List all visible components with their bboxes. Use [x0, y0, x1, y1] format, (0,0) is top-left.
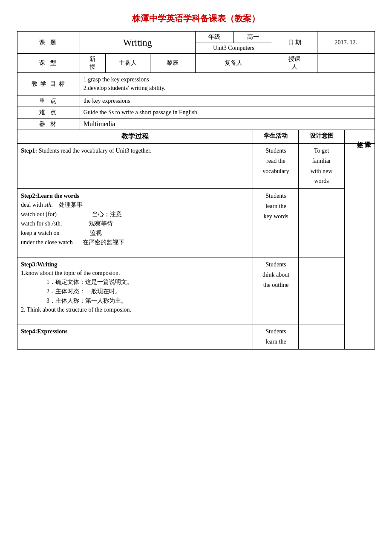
zhongdian-label: 重 点 — [17, 95, 80, 107]
step1-note — [344, 144, 375, 350]
step1-row: Step1: Students read the vocabulary of U… — [17, 144, 375, 189]
step4-subtitle: Expressions — [37, 328, 67, 335]
step4-design — [299, 324, 344, 350]
step3-subitem2: 2．主体时态：一般现在时。 — [21, 288, 249, 295]
step1-title: Step1: — [21, 147, 37, 154]
process-header-row: 教学过程 学生活动 设计意图 授课人 标注 — [17, 130, 375, 144]
nianji-label: 年级 — [195, 32, 233, 43]
step2-item5: under the close watch 在严密的监视下 — [21, 239, 249, 246]
step2-row: Step2:Learn the words deal with sth. 处理某… — [17, 189, 375, 257]
step2-activity: Studentslearn thekey words — [253, 189, 299, 257]
step2-design — [299, 189, 344, 257]
unit-label: Unit3 Computers — [195, 43, 272, 54]
step1-desc: Students read the vocabulary of Unit3 to… — [37, 147, 151, 154]
step1-activity: Studentsread thevocabulary — [253, 144, 299, 189]
step2-subtitle: Learn the words — [37, 193, 79, 199]
nandian-content: Guide the Ss to write a short passage in… — [80, 107, 375, 119]
date-value: 2017. 12. — [317, 32, 375, 54]
zhubeiren-label: 主备人 — [105, 54, 150, 73]
step3-design — [299, 257, 344, 324]
step3-item2: 2. Think about the structure of the comp… — [21, 306, 249, 313]
nianji-value: 高一 — [233, 32, 272, 43]
keti-label: 课 题 — [17, 32, 80, 54]
instructor-header: 授课人 标注 — [344, 130, 375, 144]
student-activity-header: 学生活动 — [253, 130, 299, 144]
jiaoximubiao-content: 1.grasp the key expressions 2.develop st… — [80, 73, 375, 95]
step2-item4: keep a watch on 监视 — [21, 229, 249, 237]
zhongdian-content: the key expressions — [80, 95, 375, 107]
step3-activity: Studentsthink aboutthe outline — [253, 257, 299, 324]
step3-item1: 1.know about the topic of the composion. — [21, 270, 249, 277]
design-header: 设计意图 — [299, 130, 344, 144]
step2-item1: deal with sth. 处理某事 — [21, 201, 249, 209]
step2-item3: watch for sb./sth. 观察等待 — [21, 220, 249, 228]
step2-title: Step2: — [21, 193, 37, 199]
step1-design: To getfamiliarwith newwords — [299, 144, 344, 189]
qicai-content: Multimedia — [80, 119, 375, 130]
step4-title: Step4: — [21, 328, 37, 335]
step4-activity: Studentslearn the — [253, 324, 299, 350]
step3-content: Step3:Writing 1.know about the topic of … — [17, 257, 253, 324]
step3-title: Step3: — [21, 261, 37, 268]
step2-content: Step2:Learn the words deal with sth. 处理某… — [17, 189, 253, 257]
zhubeiren-value: 黎辰 — [150, 54, 195, 73]
kexing-label: 课 型 — [17, 54, 80, 73]
xinshuo-label: 新 授 — [80, 54, 105, 73]
step4-content: Step4:Expressions — [17, 324, 253, 350]
shoukeiren-label: 授课 人 — [272, 54, 317, 73]
shoukeiren-value — [317, 54, 375, 73]
writing-value: Writing — [80, 32, 195, 54]
jiaoximubiao-label: 教 学 目 标 — [17, 73, 80, 95]
riqi-label: 日 期 — [272, 32, 317, 54]
process-header: 教学过程 — [17, 130, 253, 144]
step3-subtitle: Writing — [37, 261, 57, 268]
step4-row: Step4:Expressions Studentslearn the — [17, 324, 375, 350]
step1-content: Step1: Students read the vocabulary of U… — [17, 144, 253, 189]
page-title: 株潭中学英语学科备课表（教案） — [17, 13, 375, 24]
fubeiren-label: 复备人 — [195, 54, 272, 73]
qicai-label: 器 材 — [17, 119, 80, 130]
step3-subitem1: 1．确定文体：这是一篇说明文。 — [21, 278, 249, 286]
step3-row: Step3:Writing 1.know about the topic of … — [17, 257, 375, 324]
step3-subitem3: 3．主体人称：第一人称为主。 — [21, 297, 249, 305]
nandian-label: 难 点 — [17, 107, 80, 119]
step2-item2: watch out (for) 当心；注意 — [21, 211, 249, 218]
